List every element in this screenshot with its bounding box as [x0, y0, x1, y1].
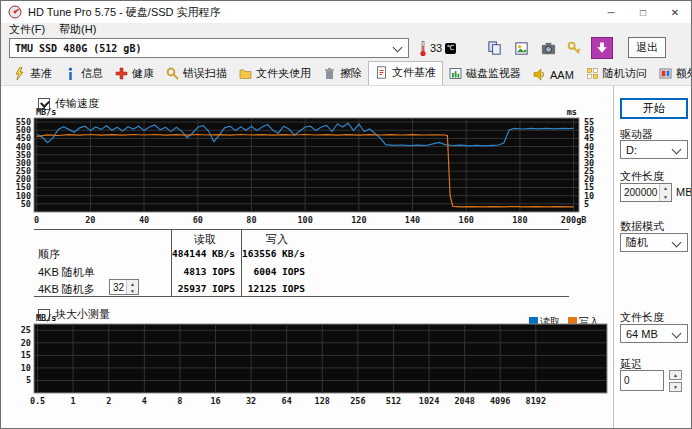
- close-button[interactable]: ✕: [659, 1, 691, 23]
- tab-random-access[interactable]: 随机访问: [580, 63, 653, 85]
- folder-icon: [239, 67, 252, 80]
- monitor-chart-icon: [449, 67, 462, 80]
- spin-down-icon[interactable]: ▼: [127, 287, 138, 294]
- tab-erase[interactable]: 擦除: [317, 63, 368, 85]
- delay-input[interactable]: 0: [620, 370, 664, 391]
- tab-health[interactable]: 健康: [109, 63, 160, 85]
- copy-to-clipboard-button[interactable]: [483, 37, 505, 59]
- delay-down-button[interactable]: ▼: [669, 382, 682, 392]
- registration-button[interactable]: [563, 37, 585, 59]
- svg-text:MB/s: MB/s: [36, 107, 56, 117]
- tab-benchmark[interactable]: 基准: [7, 63, 58, 85]
- file-length-value: 200000: [621, 187, 659, 198]
- svg-text:80: 80: [246, 215, 256, 225]
- tab-label: 磁盘监视器: [466, 66, 521, 81]
- tab-label: 信息: [81, 66, 103, 81]
- svg-text:8: 8: [177, 396, 182, 406]
- tab-label: 随机访问: [603, 66, 647, 81]
- svg-text:1: 1: [71, 396, 76, 406]
- svg-text:4: 4: [142, 396, 147, 406]
- svg-text:5: 5: [26, 375, 31, 385]
- data-mode-dropdown[interactable]: 随机: [620, 233, 688, 252]
- screenshot-button[interactable]: [537, 37, 559, 59]
- keys-icon: [566, 40, 583, 57]
- drive-dropdown[interactable]: D:: [620, 140, 688, 159]
- tab-aam[interactable]: AAM: [527, 65, 580, 85]
- block-size-chart: 5101520250.51248163264128256512102420484…: [1, 314, 613, 410]
- svg-text:256: 256: [350, 396, 365, 406]
- tab-error-scan[interactable]: 错误扫描: [160, 63, 233, 85]
- svg-text:0.5: 0.5: [30, 396, 45, 406]
- queue-depth-spinner[interactable]: 32 ▲▼: [109, 279, 139, 295]
- menu-help[interactable]: 帮助(H): [59, 22, 96, 37]
- speaker-icon: [533, 68, 546, 81]
- svg-text:8192: 8192: [526, 396, 546, 406]
- image-file-icon: [513, 40, 530, 57]
- spin-up-icon[interactable]: ▲: [660, 184, 671, 193]
- temperature-value: 33: [430, 42, 442, 54]
- tab-label: 错误扫描: [183, 66, 227, 81]
- tab-label: 擦除: [340, 66, 362, 81]
- trash-icon: [323, 67, 336, 80]
- 4k-single-read-value: 4813 IOPS: [169, 266, 235, 277]
- svg-text:120: 120: [351, 215, 366, 225]
- tab-label: 额外测试: [676, 66, 692, 81]
- svg-text:32: 32: [246, 396, 256, 406]
- file-length-spinner[interactable]: 200000 ▲▼: [620, 183, 672, 202]
- app-icon: [8, 5, 22, 19]
- spin-down-icon[interactable]: ▼: [660, 193, 671, 202]
- toolbar: TMU SSD 480G (512 gB) 33 ℃: [1, 36, 691, 61]
- 4k-multi-read-value: 25937 IOPS: [169, 283, 235, 294]
- 4k-single-write-value: 6004 IOPS: [241, 266, 305, 277]
- sequential-read-value: 484144 KB/s: [169, 248, 235, 259]
- svg-text:180: 180: [512, 215, 527, 225]
- svg-text:512: 512: [386, 396, 401, 406]
- info-icon: [64, 67, 77, 80]
- exit-button[interactable]: 退出: [628, 37, 666, 58]
- tab-disk-monitor[interactable]: 磁盘监视器: [443, 63, 527, 85]
- sequential-write-value: 163556 KB/s: [241, 248, 305, 259]
- save-screenshot-button[interactable]: [510, 37, 532, 59]
- tab-extra-tests[interactable]: 额外测试: [653, 63, 692, 85]
- tab-bar: 基准 信息 健康 错误扫描 文件夹使用 擦除 文件基准 磁盘监视器: [1, 61, 691, 86]
- row-label-4k-multi: 4KB 随机多: [38, 282, 95, 297]
- copy-icon: [486, 40, 503, 57]
- camera-icon: [540, 40, 557, 57]
- spin-up-icon[interactable]: ▲: [127, 280, 138, 287]
- svg-text:200gB: 200gB: [561, 215, 587, 225]
- table-top-border: [34, 229, 569, 230]
- delay-up-button[interactable]: ▲: [669, 370, 682, 380]
- random-grid-icon: [586, 67, 599, 80]
- file-benchmark-icon: [375, 66, 388, 79]
- tab-label: AAM: [550, 69, 574, 81]
- minimize-button[interactable]: ─: [595, 1, 627, 23]
- svg-text:2048: 2048: [454, 396, 474, 406]
- svg-text:1024: 1024: [419, 396, 439, 406]
- chevron-down-icon: [672, 145, 682, 155]
- tab-folder-usage[interactable]: 文件夹使用: [233, 63, 317, 85]
- start-button[interactable]: 开始: [620, 98, 688, 119]
- app-window: HD Tune Pro 5.75 - 硬盘/SSD 实用程序 ─ □ ✕ 文件(…: [0, 0, 692, 429]
- svg-text:16: 16: [210, 396, 220, 406]
- svg-text:160: 160: [459, 215, 474, 225]
- drive-selector-value: TMU SSD 480G (512 gB): [15, 43, 141, 54]
- temperature-indicator[interactable]: 33 ℃: [419, 38, 456, 58]
- file-length-label: 文件长度: [620, 169, 664, 184]
- file-length2-dropdown[interactable]: 64 MB: [620, 324, 688, 343]
- chevron-down-icon: [672, 238, 682, 248]
- svg-text:MB/s: MB/s: [36, 314, 56, 323]
- data-mode-label: 数据模式: [620, 219, 664, 234]
- update-download-button[interactable]: [591, 37, 613, 59]
- drive-dropdown-value: D:: [626, 144, 637, 156]
- drive-selector[interactable]: TMU SSD 480G (512 gB): [9, 38, 409, 58]
- maximize-button[interactable]: □: [627, 1, 659, 23]
- svg-text:20: 20: [21, 338, 31, 348]
- menu-file[interactable]: 文件(F): [9, 22, 45, 37]
- tab-file-benchmark[interactable]: 文件基准: [368, 61, 443, 85]
- svg-text:2: 2: [106, 396, 111, 406]
- svg-text:0: 0: [34, 215, 39, 225]
- temperature-unit-badge: ℃: [445, 43, 456, 54]
- window-title: HD Tune Pro 5.75 - 硬盘/SSD 实用程序: [28, 5, 221, 20]
- tab-info[interactable]: 信息: [58, 63, 109, 85]
- tab-label: 文件基准: [392, 65, 436, 80]
